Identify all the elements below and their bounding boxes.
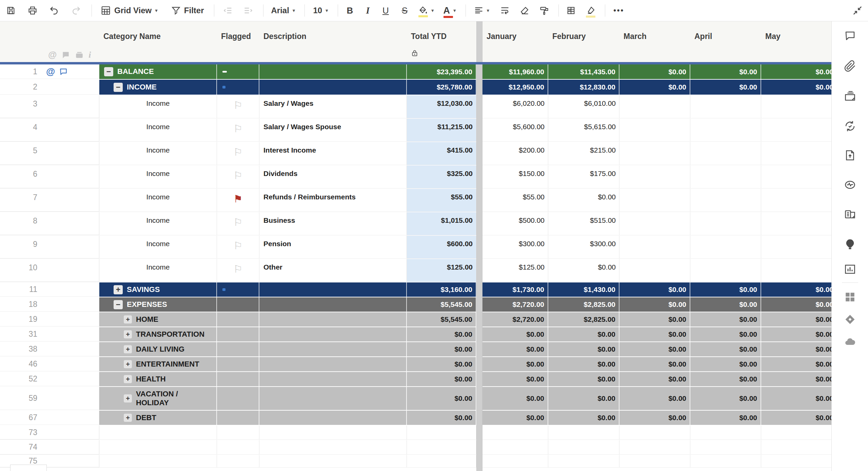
cell-january[interactable]: $0.00 [482,357,548,371]
fill-color-button[interactable]: ▾ [418,6,434,15]
cell-february[interactable]: $6,010.00 [548,95,619,118]
cell-february[interactable]: $515.00 [548,212,619,235]
cell-may[interactable] [761,440,831,454]
cell-january[interactable] [482,455,548,467]
cell-april[interactable]: $0.00 [690,297,761,312]
column-header-may[interactable]: May [765,32,781,41]
cell-description[interactable]: Salary / Wages [259,95,407,118]
cell-may[interactable]: $0.00 [761,411,831,425]
cell-may[interactable] [761,259,831,282]
flag-outline-icon[interactable]: ⚐ [234,123,243,135]
cell-april[interactable] [690,259,761,282]
column-header-flagged[interactable]: Flagged [221,32,251,41]
cell-february[interactable]: $2,825.00 [548,312,619,327]
cell-description[interactable]: Salary / Wages Spouse [259,119,407,141]
cell-may[interactable] [761,189,831,212]
cell-april[interactable]: $0.00 [690,327,761,341]
frozen-column-divider[interactable] [476,21,482,471]
cell-category[interactable]: −BALANCE [99,64,217,79]
filter-button[interactable]: Filter [171,6,204,15]
cell-may[interactable]: $0.00 [761,282,831,297]
cell-january[interactable]: $1,730.00 [482,282,548,297]
cell-march[interactable]: $0.00 [619,411,690,425]
row-gutter[interactable]: 18 [0,297,99,312]
expand-toggle[interactable]: + [124,414,132,422]
wrap-text-button[interactable] [500,6,510,15]
cell-total-ytd[interactable]: $0.00 [407,387,476,410]
cell-category[interactable]: +TRANSPORTATION [99,327,217,341]
cell-march[interactable] [619,236,690,258]
flag-outline-icon[interactable]: ⚐ [234,170,243,181]
cell-flagged[interactable] [217,312,259,327]
cell-february[interactable]: $0.00 [548,327,619,341]
cell-april[interactable]: $0.00 [690,372,761,386]
cell-may[interactable]: $0.00 [761,80,831,95]
cell-flagged[interactable]: ⚐ [217,95,259,118]
cell-category[interactable]: Income [99,259,217,282]
cell-april[interactable] [690,189,761,212]
row-gutter[interactable]: 10 [0,259,99,282]
cell-may[interactable]: $0.00 [761,297,831,312]
cell-total-ytd[interactable]: $1,015.00 [407,212,476,235]
indent-button[interactable] [243,6,253,15]
cell-category[interactable]: Income [99,165,217,188]
cell-total-ytd[interactable]: $0.00 [407,342,476,356]
cell-april[interactable]: $0.00 [690,342,761,356]
cell-april[interactable] [690,212,761,235]
cell-january[interactable]: $0.00 [482,411,548,425]
cell-february[interactable]: $12,830.00 [548,80,619,95]
cell-may[interactable] [761,426,831,439]
highlight-button[interactable] [586,6,595,15]
column-header-april[interactable]: April [694,32,712,41]
collapse-toggle[interactable]: − [104,67,113,76]
cell-march[interactable] [619,440,690,454]
flag-red-icon[interactable]: ⚑ [234,193,243,205]
cell-total-ytd[interactable] [407,440,476,454]
balloon-icon[interactable] [844,238,856,250]
cell-january[interactable]: $0.00 [482,372,548,386]
cell-march[interactable]: $0.00 [619,357,690,371]
cell-february[interactable]: $0.00 [548,411,619,425]
cell-may[interactable]: $0.00 [761,372,831,386]
cell-flagged[interactable] [217,440,259,454]
cell-total-ytd[interactable]: $3,160.00 [407,282,476,297]
cell-february[interactable]: $5,615.00 [548,119,619,141]
cell-april[interactable] [690,119,761,141]
cell-description[interactable]: Refunds / Reimbursements [259,189,407,212]
cell-category[interactable] [99,426,217,439]
row-gutter[interactable]: 4 [0,119,99,141]
cell-february[interactable]: $175.00 [548,165,619,188]
cell-description[interactable] [259,411,407,425]
cell-march[interactable]: $0.00 [619,312,690,327]
cell-april[interactable] [690,165,761,188]
copies-icon[interactable] [844,208,856,220]
row-gutter[interactable]: 7 [0,189,99,212]
cell-description[interactable] [259,312,407,327]
cell-may[interactable]: $0.00 [761,342,831,356]
cell-flagged[interactable] [217,455,259,467]
cell-january[interactable]: $0.00 [482,342,548,356]
cell-april[interactable]: $0.00 [690,64,761,79]
cell-flagged[interactable] [217,372,259,386]
redo-button[interactable] [71,6,81,15]
underline-button[interactable]: U [382,5,389,16]
flag-outline-icon[interactable]: ⚐ [234,99,243,111]
cell-april[interactable] [690,426,761,439]
cell-description[interactable] [259,282,407,297]
cell-flagged[interactable] [217,64,259,79]
cell-category[interactable]: +HEALTH [99,372,217,386]
row-gutter[interactable]: 6 [0,165,99,188]
row-gutter[interactable]: 1@ [0,64,99,79]
cell-april[interactable] [690,142,761,165]
cell-description[interactable]: Dividends [259,165,407,188]
expand-toggle[interactable]: + [124,360,132,368]
cell-april[interactable]: $0.00 [690,282,761,297]
cell-total-ytd[interactable]: $0.00 [407,357,476,371]
sheet-summary-icon[interactable] [844,91,856,103]
cell-flagged[interactable]: ⚐ [217,142,259,165]
outdent-button[interactable] [223,6,233,15]
cell-february[interactable]: $0.00 [548,387,619,410]
cell-flagged[interactable]: ⚑ [217,189,259,212]
font-size-select[interactable]: 10 ▾ [313,6,328,15]
cell-description[interactable] [259,327,407,341]
